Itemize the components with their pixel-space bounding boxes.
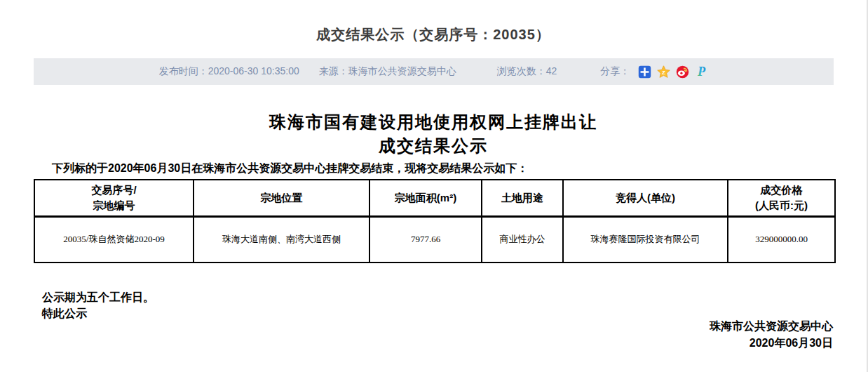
table-header-row: 交易序号/ 宗地编号 宗地位置 宗地面积(m²) 土地用途 竞得人(单位) 成交… bbox=[34, 180, 835, 216]
cell-winner: 珠海赛隆国际投资有限公司 bbox=[563, 216, 728, 263]
svg-text:P: P bbox=[697, 65, 706, 79]
share-label: 分享： bbox=[600, 65, 630, 78]
notes-block: 公示期为五个工作日。 特此公示 bbox=[42, 289, 154, 321]
cell-area: 7977.66 bbox=[369, 216, 482, 263]
note-period: 公示期为五个工作日。 bbox=[42, 289, 154, 305]
result-table: 交易序号/ 宗地编号 宗地位置 宗地面积(m²) 土地用途 竞得人(单位) 成交… bbox=[34, 179, 836, 263]
publish-time: 发布时间：2020-06-30 10:35:00 bbox=[159, 65, 299, 78]
note-hereby: 特此公示 bbox=[42, 305, 154, 321]
cell-serial: 20035/珠自然资储2020-09 bbox=[34, 216, 194, 263]
share-icons: Z bbox=[638, 65, 708, 79]
bshare-icon[interactable] bbox=[638, 65, 651, 79]
col-header-serial: 交易序号/ 宗地编号 bbox=[34, 180, 194, 216]
penyou-icon[interactable]: P bbox=[695, 65, 708, 79]
col-header-winner: 竞得人(单位) bbox=[563, 180, 728, 216]
announcement-heading-line1: 珠海市国有建设用地使用权网上挂牌出让 bbox=[0, 111, 867, 133]
col-header-usage: 土地用途 bbox=[482, 180, 563, 216]
cell-location: 珠海大道南侧、南湾大道西侧 bbox=[194, 216, 369, 263]
col-header-price: 成交价格 (人民币:元) bbox=[728, 180, 835, 216]
col-header-area: 宗地面积(m²) bbox=[369, 180, 482, 216]
meta-bar: 发布时间：2020-06-30 10:35:00 来源：珠海市公共资源交易中心 … bbox=[34, 58, 834, 85]
view-count: 浏览次数：42 bbox=[497, 65, 557, 78]
announcement-heading-line2: 成交结果公示 bbox=[0, 135, 867, 157]
announcement-intro: 下列标的于2020年06月30日在珠海市公共资源交易中心挂牌交易结束，现将交易结… bbox=[34, 161, 834, 176]
cell-usage: 商业性办公 bbox=[482, 216, 563, 263]
cell-price: 329000000.00 bbox=[728, 216, 835, 263]
weibo-icon[interactable] bbox=[676, 65, 689, 79]
svg-text:Z: Z bbox=[662, 69, 665, 76]
announcement-page: 成交结果公示（交易序号：20035） 发布时间：2020-06-30 10:35… bbox=[0, 0, 868, 372]
page-title: 成交结果公示（交易序号：20035） bbox=[0, 25, 867, 44]
signature-block: 珠海市公共资源交易中心 2020年06月30日 bbox=[710, 318, 833, 352]
table-row: 20035/珠自然资储2020-09 珠海大道南侧、南湾大道西侧 7977.66… bbox=[34, 216, 835, 263]
source: 来源：珠海市公共资源交易中心 bbox=[319, 65, 456, 78]
qzone-icon[interactable]: Z bbox=[657, 65, 670, 79]
signature-org: 珠海市公共资源交易中心 bbox=[710, 318, 833, 335]
signature-date: 2020年06月30日 bbox=[710, 335, 833, 352]
col-header-location: 宗地位置 bbox=[194, 180, 369, 216]
